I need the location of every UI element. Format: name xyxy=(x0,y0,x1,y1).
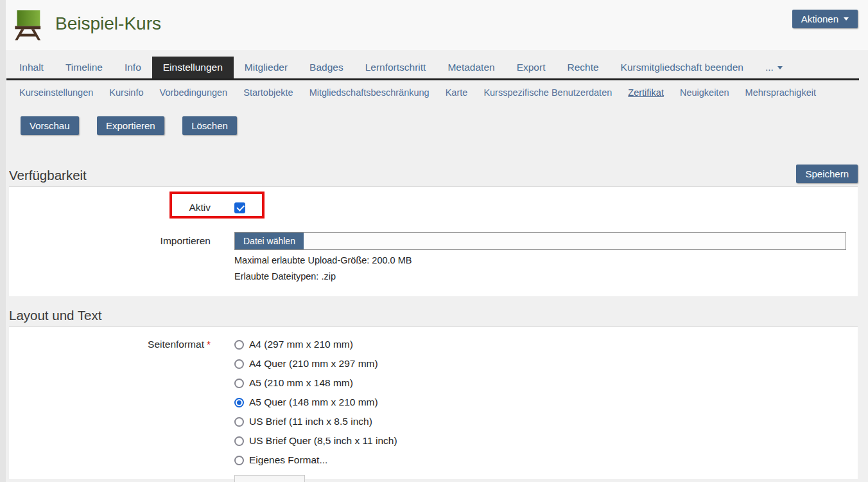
preview-button[interactable]: Vorschau xyxy=(21,116,79,135)
tab-metadaten[interactable]: Metadaten xyxy=(437,57,505,78)
tab-mitglieder[interactable]: Mitglieder xyxy=(234,57,299,78)
tab-inhalt[interactable]: Inhalt xyxy=(8,57,55,78)
page-left-gutter xyxy=(0,0,6,482)
subnav-startobjekte[interactable]: Startobjekte xyxy=(243,87,293,98)
page-format-row: Seitenformat* A4 (297 mm x 210 mm) A4 Qu… xyxy=(9,327,858,470)
active-row: Aktiv xyxy=(9,187,858,223)
delete-button[interactable]: Löschen xyxy=(182,116,237,135)
format-option-us-brief-quer[interactable]: US Brief Quer (8,5 inch x 11 inch) xyxy=(234,431,397,451)
tab-badges[interactable]: Badges xyxy=(299,57,354,78)
page-title: Beispiel-Kurs xyxy=(55,8,161,40)
subnav-kursinfo[interactable]: Kursinfo xyxy=(109,87,143,98)
availability-section-header: Verfügbarkeit Speichern xyxy=(9,165,858,187)
format-option-a4-quer[interactable]: A4 Quer (210 mm x 297 mm) xyxy=(234,354,397,373)
active-label: Aktiv xyxy=(9,202,211,213)
required-asterisk: * xyxy=(207,339,211,350)
layout-panel: Seitenformat* A4 (297 mm x 210 mm) A4 Qu… xyxy=(9,327,858,479)
active-checkbox[interactable] xyxy=(234,202,245,213)
page-format-radio[interactable] xyxy=(234,379,244,388)
subnav-zertifikat[interactable]: Zertifikat xyxy=(628,87,664,98)
page-format-radio[interactable] xyxy=(234,340,244,350)
tab-overflow-label: ... xyxy=(765,62,774,73)
file-types-hint: Erlaubte Dateitypen: .zip xyxy=(234,271,858,281)
availability-panel: Aktiv Importieren Datei wählen Maximal e… xyxy=(9,187,858,296)
file-input[interactable]: Datei wählen xyxy=(234,232,846,250)
course-header: Beispiel-Kurs Aktionen xyxy=(0,0,868,50)
subnav-karte[interactable]: Karte xyxy=(446,87,468,98)
format-option-a5[interactable]: A5 (210 mm x 148 mm) xyxy=(234,373,397,393)
subnav-mehrsprachigkeit[interactable]: Mehrsprachigkeit xyxy=(745,87,816,98)
tab-kursmitgliedschaft-beenden[interactable]: Kursmitgliedschaft beenden xyxy=(610,57,754,78)
page-format-radio[interactable] xyxy=(234,417,244,427)
export-button[interactable]: Exportieren xyxy=(97,116,164,135)
custom-format-field-partial[interactable] xyxy=(234,475,305,482)
certificate-toolbar: Vorschau Exportieren Löschen xyxy=(21,116,868,135)
layout-title: Layout und Text xyxy=(9,308,101,323)
page-format-radio[interactable] xyxy=(234,436,244,446)
actions-button[interactable]: Aktionen xyxy=(792,10,858,28)
main-tabbar: Inhalt Timeline Info Einstellungen Mitgl… xyxy=(6,57,859,80)
caret-down-icon xyxy=(777,66,783,69)
tab-overflow[interactable]: ... xyxy=(754,57,794,78)
subnav-kursspezifische-benutzerdaten[interactable]: Kursspezifische Benutzerdaten xyxy=(483,87,612,98)
format-option-a5-quer[interactable]: A5 Quer (148 mm x 210 mm) xyxy=(234,393,397,412)
settings-subnav: Kurseinstellungen Kursinfo Vorbedingunge… xyxy=(19,87,858,98)
format-option-us-brief[interactable]: US Brief (11 inch x 8.5 inch) xyxy=(234,412,397,431)
page-format-radio[interactable] xyxy=(234,398,244,407)
upload-size-hint: Maximal erlaubte Upload-Größe: 200.0 MB xyxy=(234,255,858,265)
availability-title: Verfügbarkeit xyxy=(9,168,87,183)
subnav-vorbedingungen[interactable]: Vorbedingungen xyxy=(160,87,228,98)
file-choose-button[interactable]: Datei wählen xyxy=(235,233,304,249)
format-option-eigenes[interactable]: Eigenes Format... xyxy=(234,451,397,470)
tab-lernfortschritt[interactable]: Lernfortschritt xyxy=(354,57,437,78)
save-button[interactable]: Speichern xyxy=(796,165,858,183)
import-label: Importieren xyxy=(9,235,211,247)
tab-info[interactable]: Info xyxy=(114,57,152,78)
actions-button-label: Aktionen xyxy=(801,13,838,24)
subnav-kurseinstellungen[interactable]: Kurseinstellungen xyxy=(19,87,93,98)
tab-einstellungen[interactable]: Einstellungen xyxy=(152,57,234,78)
course-easel-icon xyxy=(10,8,44,41)
format-option-a4[interactable]: A4 (297 mm x 210 mm) xyxy=(234,335,397,354)
tab-rechte[interactable]: Rechte xyxy=(556,57,609,78)
subnav-mitgliedschaftsbeschraenkung[interactable]: Mitgliedschaftsbeschränkung xyxy=(309,87,430,98)
tab-export[interactable]: Export xyxy=(506,57,557,78)
caret-down-icon xyxy=(844,17,849,21)
import-row: Importieren Datei wählen xyxy=(9,232,858,250)
layout-section-header: Layout und Text xyxy=(9,308,858,327)
page-format-radio[interactable] xyxy=(234,359,244,369)
subnav-neuigkeiten[interactable]: Neuigkeiten xyxy=(680,87,729,98)
page-format-label: Seitenformat* xyxy=(9,335,211,354)
tab-timeline[interactable]: Timeline xyxy=(55,57,114,78)
page-format-radio[interactable] xyxy=(234,456,244,465)
page-format-options: A4 (297 mm x 210 mm) A4 Quer (210 mm x 2… xyxy=(234,335,397,470)
